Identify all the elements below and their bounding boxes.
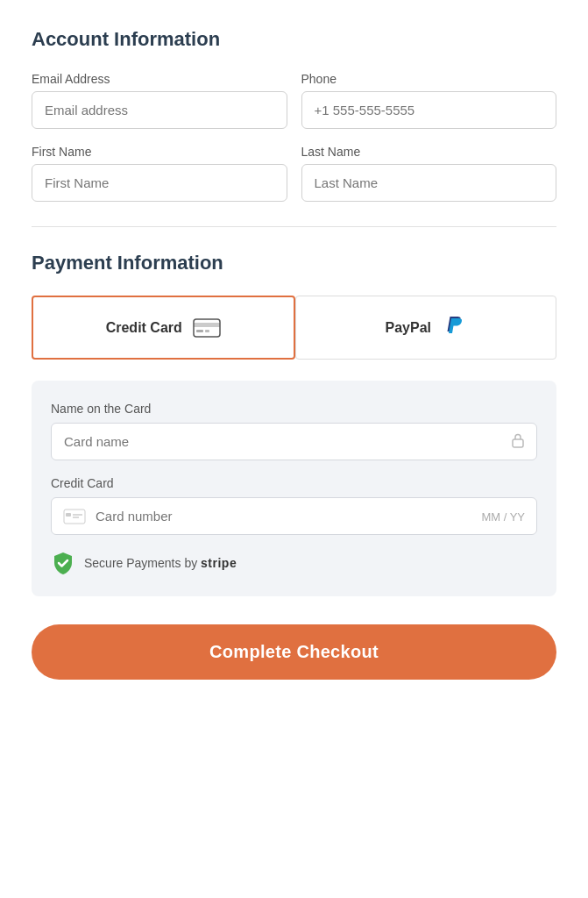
svg-rect-0 bbox=[194, 319, 220, 337]
email-label: Email Address bbox=[32, 72, 287, 86]
last-name-group: Last Name bbox=[301, 145, 557, 202]
card-name-input[interactable] bbox=[51, 423, 537, 460]
last-name-label: Last Name bbox=[301, 145, 557, 159]
card-form-panel: Name on the Card Credit Card bbox=[32, 381, 556, 596]
first-name-group: First Name bbox=[32, 145, 287, 202]
card-number-input[interactable] bbox=[51, 497, 537, 535]
card-name-input-wrapper bbox=[51, 423, 537, 460]
credit-card-label: Credit Card bbox=[106, 320, 182, 336]
card-number-input-wrapper: MM / YY bbox=[51, 497, 537, 535]
stripe-brand: stripe bbox=[201, 556, 237, 570]
shield-check-icon bbox=[51, 551, 75, 575]
svg-rect-4 bbox=[513, 439, 523, 447]
card-name-group: Name on the Card bbox=[51, 402, 537, 460]
last-name-input[interactable] bbox=[301, 164, 557, 202]
email-group: Email Address bbox=[32, 72, 287, 129]
card-number-label: Credit Card bbox=[51, 476, 537, 490]
paypal-icon bbox=[442, 312, 466, 343]
svg-rect-6 bbox=[66, 513, 71, 517]
card-number-group: Credit Card MM / YY bbox=[51, 476, 537, 535]
email-input[interactable] bbox=[32, 91, 287, 129]
payment-methods-row: Credit Card PayPal bbox=[32, 296, 556, 360]
paypal-option[interactable]: PayPal bbox=[295, 296, 557, 360]
complete-checkout-button[interactable]: Complete Checkout bbox=[32, 624, 556, 680]
svg-rect-3 bbox=[205, 330, 209, 332]
expiry-placeholder: MM / YY bbox=[481, 510, 525, 523]
phone-input[interactable] bbox=[301, 91, 557, 129]
phone-label: Phone bbox=[301, 72, 557, 86]
email-phone-row: Email Address Phone bbox=[32, 72, 556, 129]
section-divider bbox=[32, 226, 556, 227]
secure-text: Secure Payments by stripe bbox=[84, 556, 237, 570]
phone-group: Phone bbox=[301, 72, 557, 129]
card-name-label: Name on the Card bbox=[51, 402, 537, 416]
lock-icon bbox=[511, 432, 525, 452]
svg-rect-1 bbox=[194, 323, 220, 327]
credit-card-icon bbox=[193, 318, 221, 338]
credit-card-option[interactable]: Credit Card bbox=[32, 296, 295, 360]
svg-rect-2 bbox=[196, 330, 203, 332]
payment-section-title: Payment Information bbox=[32, 252, 556, 274]
card-stripe-icon bbox=[63, 509, 86, 524]
secure-badge: Secure Payments by stripe bbox=[51, 551, 537, 575]
first-name-input[interactable] bbox=[32, 164, 287, 202]
paypal-label: PayPal bbox=[386, 320, 431, 336]
name-row: First Name Last Name bbox=[32, 145, 556, 202]
first-name-label: First Name bbox=[32, 145, 287, 159]
account-section-title: Account Information bbox=[32, 28, 556, 51]
